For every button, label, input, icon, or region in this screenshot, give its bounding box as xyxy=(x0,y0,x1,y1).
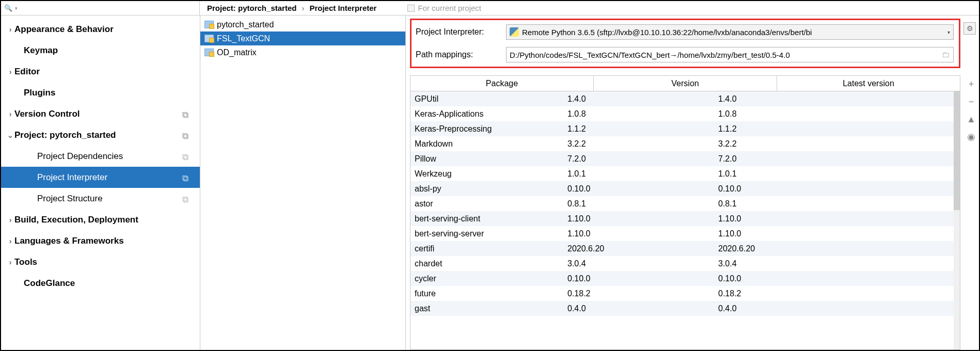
cell-package: bert-serving-server xyxy=(410,229,563,238)
cell-package: Markdown xyxy=(410,139,563,149)
th-package[interactable]: Package xyxy=(410,76,594,91)
cell-version: 0.18.2 xyxy=(563,289,714,298)
cell-latest: 1.4.0 xyxy=(714,94,960,104)
cell-package: astor xyxy=(410,199,563,209)
scrollbar-track[interactable] xyxy=(954,91,960,349)
cell-latest: 1.10.0 xyxy=(714,214,960,224)
cell-version: 0.10.0 xyxy=(563,184,714,194)
sidebar-item[interactable]: ⌄Project: pytorch_started⧉ xyxy=(1,124,200,146)
sidebar-item-label: Keymap xyxy=(24,45,58,56)
sidebar-item[interactable]: Project Interpreter⧉ xyxy=(1,167,200,188)
sidebar-item-label: Plugins xyxy=(24,88,55,98)
table-row[interactable]: Pillow7.2.07.2.0 xyxy=(410,151,960,166)
table-row[interactable]: Keras-Applications1.0.81.0.8 xyxy=(410,106,960,121)
sidebar-item[interactable]: ›Editor xyxy=(1,61,200,82)
search-box[interactable]: 🔍 ▾ xyxy=(1,1,200,15)
cell-package: bert-serving-client xyxy=(410,214,563,224)
breadcrumb: Project: pytorch_started › Project Inter… xyxy=(200,1,481,15)
gear-button[interactable]: ⚙ xyxy=(963,22,976,35)
table-row[interactable]: future0.18.20.18.2 xyxy=(410,286,960,301)
cell-version: 2020.6.20 xyxy=(563,244,714,253)
cell-package: Pillow xyxy=(410,154,563,164)
interpreter-value: Remote Python 3.6.5 (sftp://lvxb@10.10.1… xyxy=(522,28,944,37)
sidebar-item[interactable]: ›Version Control⧉ xyxy=(1,103,200,124)
project-name: FSL_TextGCN xyxy=(217,34,270,43)
table-row[interactable]: bert-serving-client1.10.01.10.0 xyxy=(410,211,960,226)
chevron-right-icon: › xyxy=(6,25,14,34)
cell-package: cycler xyxy=(410,274,563,283)
upgrade-package-button[interactable]: ▲ xyxy=(966,114,977,125)
package-toolbar: + − ▲ ◉ xyxy=(963,75,979,350)
sidebar-item[interactable]: Project Structure⧉ xyxy=(1,188,200,209)
sidebar-item[interactable]: ›Tools xyxy=(1,251,200,273)
search-input[interactable] xyxy=(21,4,199,12)
table-row[interactable]: astor0.8.10.8.1 xyxy=(410,196,960,211)
table-row[interactable]: bert-serving-server1.10.01.10.0 xyxy=(410,226,960,241)
table-row[interactable]: chardet3.0.43.0.4 xyxy=(410,256,960,271)
chevron-right-icon: › xyxy=(6,110,14,118)
current-project-badge: For current project xyxy=(407,4,481,12)
chevron-right-icon: › xyxy=(6,216,14,224)
sidebar-item[interactable]: ›Languages & Frameworks xyxy=(1,230,200,251)
sidebar-item-label: Project Interpreter xyxy=(37,172,107,183)
table-body[interactable]: GPUtil1.4.01.4.0Keras-Applications1.0.81… xyxy=(410,91,960,349)
breadcrumb-separator-icon: › xyxy=(296,4,309,12)
cell-latest: 0.4.0 xyxy=(714,304,960,313)
folder-icon: 🗀 xyxy=(942,50,950,59)
search-icon: 🔍 xyxy=(1,4,15,12)
cell-version: 0.4.0 xyxy=(563,304,714,313)
detail-pane: ⚙ Project Interpreter: Remote Python 3.6… xyxy=(406,15,979,350)
cell-latest: 1.0.8 xyxy=(714,109,960,119)
th-latest[interactable]: Latest version xyxy=(777,76,960,91)
cell-version: 3.2.2 xyxy=(563,139,714,149)
sidebar-item[interactable]: Keymap xyxy=(1,40,200,61)
th-version[interactable]: Version xyxy=(594,76,777,91)
interpreter-label: Project Interpreter: xyxy=(416,27,506,37)
packages-row: Package Version Latest version GPUtil1.4… xyxy=(410,70,979,350)
path-mappings-value: D:/Python/codes/FSL_TextGCN/TextGCN_bert… xyxy=(510,51,939,59)
current-project-label: For current project xyxy=(418,4,481,12)
table-row[interactable]: certifi2020.6.202020.6.20 xyxy=(410,241,960,256)
path-mappings-label: Path mappings: xyxy=(416,50,506,59)
project-item[interactable]: FSL_TextGCN xyxy=(200,31,405,45)
table-row[interactable]: gast0.4.00.4.0 xyxy=(410,301,960,316)
breadcrumb-project-prefix: Project: xyxy=(207,4,236,12)
cell-version: 0.10.0 xyxy=(563,274,714,283)
main-area: ›Appearance & BehaviorKeymap›EditorPlugi… xyxy=(1,15,979,350)
table-row[interactable]: absl-py0.10.00.10.0 xyxy=(410,181,960,196)
sidebar-item[interactable]: ›Appearance & Behavior xyxy=(1,19,200,40)
cell-package: gast xyxy=(410,304,563,313)
cell-package: GPUtil xyxy=(410,94,563,104)
cell-latest: 7.2.0 xyxy=(714,154,960,164)
chevron-right-icon: › xyxy=(6,68,14,76)
table-row[interactable]: GPUtil1.4.01.4.0 xyxy=(410,91,960,106)
cell-package: chardet xyxy=(410,259,563,268)
project-name: OD_matrix xyxy=(217,48,256,57)
table-row[interactable]: cycler0.10.00.10.0 xyxy=(410,271,960,286)
copy-icon: ⧉ xyxy=(182,152,191,161)
copy-icon: ⧉ xyxy=(182,173,191,182)
sidebar-item[interactable]: Project Dependencies⧉ xyxy=(1,146,200,167)
copy-icon: ⧉ xyxy=(182,110,191,118)
scrollbar-thumb[interactable] xyxy=(954,91,960,210)
add-package-button[interactable]: + xyxy=(966,78,977,90)
remove-package-button[interactable]: − xyxy=(966,96,977,107)
project-item[interactable]: pytorch_started xyxy=(200,18,405,31)
project-item[interactable]: OD_matrix xyxy=(200,45,405,59)
cell-package: absl-py xyxy=(410,184,563,194)
sidebar-item[interactable]: CodeGlance xyxy=(1,273,200,294)
sidebar-item[interactable]: Plugins xyxy=(1,82,200,103)
table-row[interactable]: Keras-Preprocessing1.1.21.1.2 xyxy=(410,121,960,136)
cell-latest: 3.0.4 xyxy=(714,259,960,268)
sidebar-item[interactable]: ›Build, Execution, Deployment xyxy=(1,209,200,230)
cell-version: 1.10.0 xyxy=(563,229,714,238)
python-icon xyxy=(510,27,519,37)
cell-latest: 0.10.0 xyxy=(714,274,960,283)
cell-package: certifi xyxy=(410,244,563,253)
show-early-releases-button[interactable]: ◉ xyxy=(966,131,977,142)
path-mappings-input[interactable]: D:/Python/codes/FSL_TextGCN/TextGCN_bert… xyxy=(506,47,954,62)
table-row[interactable]: Werkzeug1.0.11.0.1 xyxy=(410,166,960,181)
table-row[interactable]: Markdown3.2.23.2.2 xyxy=(410,136,960,151)
cell-version: 7.2.0 xyxy=(563,154,714,164)
interpreter-dropdown[interactable]: Remote Python 3.6.5 (sftp://lvxb@10.10.1… xyxy=(506,24,954,40)
